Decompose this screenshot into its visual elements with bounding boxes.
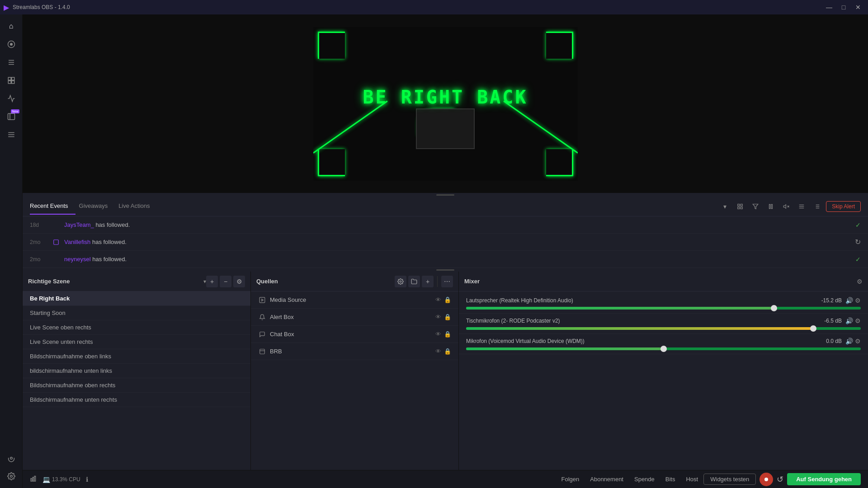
sources-gear-btn[interactable] — [395, 276, 406, 287]
scene-item-bild-unten-links[interactable]: bildschirmaufnahme unten links — [23, 364, 250, 378]
sidebar-item-menu[interactable] — [2, 127, 20, 143]
source-lock-btn[interactable]: 🔒 — [444, 296, 451, 303]
mixer-slider-thumb2[interactable] — [810, 325, 816, 332]
event-status-check2: ✓ — [855, 256, 861, 263]
remove-scene-button[interactable]: − — [220, 276, 231, 287]
scene-item-live-oben-rechts[interactable]: Live Scene oben rechts — [23, 320, 250, 335]
source-eye-btn2[interactable]: 👁 — [435, 314, 441, 320]
minimize-button[interactable]: — — [823, 2, 835, 12]
sidebar-item-stats[interactable] — [2, 90, 20, 107]
link-abonnement[interactable]: Abonnement — [590, 476, 623, 483]
source-name-alert: Alert Box — [270, 314, 435, 320]
scenes-panel-title: Richtige Szene — [28, 278, 202, 285]
tab-recent-events[interactable]: Recent Events — [30, 198, 75, 215]
mixer-slider3[interactable] — [466, 347, 861, 350]
event-time: 2mo — [30, 256, 48, 263]
sidebar-item-scenes[interactable] — [2, 72, 20, 89]
widgets-test-button[interactable]: Widgets testen — [703, 474, 756, 485]
sources-divider — [437, 276, 438, 287]
event-username: neyneysel — [64, 256, 91, 263]
mixer-settings-button[interactable]: ⚙ — [857, 278, 863, 285]
source-item-media[interactable]: Media Source 👁 🔒 — [251, 291, 458, 309]
statusbar-info-item[interactable]: ℹ — [86, 476, 88, 483]
statusbar-cpu-item: 💻 13.3% CPU — [42, 476, 80, 483]
sidebar-item-events[interactable] — [2, 36, 20, 52]
diag-right-decoration — [503, 100, 578, 153]
add-scene-button[interactable]: + — [206, 276, 218, 287]
tab-live-actions[interactable]: Live Actions — [118, 198, 157, 215]
mixer-controls: 🔊 ⚙ — [845, 297, 861, 304]
events-filter-btn[interactable] — [749, 200, 762, 213]
events-layout-btn[interactable] — [734, 200, 746, 213]
reset-button[interactable]: ↺ — [777, 474, 783, 484]
mixer-volume-btn2[interactable]: 🔊 — [845, 317, 853, 324]
sidebar-item-new[interactable] — [2, 108, 20, 125]
events-list-btn[interactable] — [811, 200, 823, 213]
chart-icon — [30, 475, 37, 483]
mixer-settings-btn3[interactable]: ⚙ — [855, 338, 861, 345]
mixer-slider2[interactable] — [466, 327, 861, 330]
mixer-slider-thumb3[interactable] — [660, 346, 667, 352]
sources-panel: Quellen + ⋯ — [251, 272, 459, 470]
link-folgen[interactable]: Folgen — [561, 476, 580, 483]
record-button[interactable] — [760, 473, 773, 486]
scene-item-live-unten-rechts[interactable]: Live Scene unten rechts — [23, 335, 250, 349]
source-name-chat: Chat Box — [270, 331, 435, 338]
scene-settings-button[interactable]: ⚙ — [233, 276, 245, 287]
mixer-volume-btn[interactable]: 🔊 — [845, 297, 853, 304]
source-item-alert[interactable]: Alert Box 👁 🔒 — [251, 309, 458, 326]
cpu-icon: 💻 — [42, 476, 50, 483]
sidebar-item-settings[interactable] — [2, 468, 20, 484]
tab-giveaways[interactable]: Giveaways — [79, 198, 115, 215]
events-pause-btn[interactable] — [764, 200, 777, 213]
source-eye-btn3[interactable]: 👁 — [435, 331, 441, 338]
mixer-slider-thumb[interactable] — [771, 305, 777, 311]
sidebar-item-alert[interactable] — [2, 450, 20, 466]
sources-folder-btn[interactable] — [408, 276, 420, 287]
scene-item-bild-unten-rechts[interactable]: Bildschirmaufnahme unten rechts — [23, 393, 250, 407]
source-item-chat[interactable]: Chat Box 👁 🔒 — [251, 326, 458, 343]
svg-rect-21 — [771, 204, 772, 208]
mixer-settings-btn[interactable]: ⚙ — [855, 297, 861, 304]
resize-handle-top[interactable] — [23, 193, 868, 197]
sources-extra-btn[interactable]: ⋯ — [441, 276, 453, 287]
add-source-button[interactable]: + — [422, 276, 434, 287]
event-icon — [52, 221, 61, 230]
mixer-slider[interactable] — [466, 307, 861, 310]
events-grid-btn[interactable] — [795, 200, 808, 213]
events-volume-btn[interactable] — [780, 200, 793, 213]
source-eye-btn4[interactable]: 👁 — [435, 348, 441, 355]
scene-item-starting-soon[interactable]: Starting Soon — [23, 306, 250, 320]
link-host[interactable]: Host — [686, 476, 698, 483]
statusbar-chart-item — [30, 475, 37, 483]
mixer-settings-btn2[interactable]: ⚙ — [855, 317, 861, 324]
statusbar-right: Widgets testen ↺ Auf Sendung gehen — [703, 473, 861, 486]
source-lock-btn2[interactable]: 🔒 — [444, 314, 451, 320]
source-controls: 👁 🔒 — [435, 314, 451, 320]
link-spende[interactable]: Spende — [634, 476, 655, 483]
link-bits[interactable]: Bits — [665, 476, 675, 483]
source-item-brb[interactable]: BRB 👁 🔒 — [251, 343, 458, 360]
event-username: JaysTeam_ — [64, 221, 94, 228]
skip-alert-button[interactable]: Skip Alert — [826, 201, 861, 212]
sources-panel-title: Quellen — [256, 278, 395, 285]
source-lock-btn4[interactable]: 🔒 — [444, 348, 451, 355]
mixer-panel: Mixer ⚙ Lautsprecher (Realtek High Defin… — [459, 272, 868, 470]
maximize-button[interactable]: □ — [837, 2, 850, 12]
sidebar-item-mixer[interactable] — [2, 54, 20, 70]
source-controls: 👁 🔒 — [435, 331, 451, 338]
source-eye-btn[interactable]: 👁 — [435, 296, 441, 303]
mixer-volume-btn3[interactable]: 🔊 — [845, 338, 853, 345]
svg-rect-34 — [54, 239, 59, 244]
close-button[interactable]: ✕ — [852, 2, 864, 12]
resize-handle-bottom[interactable] — [23, 268, 868, 272]
mixer-panel-title: Mixer — [464, 278, 857, 285]
events-dropdown-btn[interactable]: ▾ — [718, 200, 731, 213]
source-lock-btn3[interactable]: 🔒 — [444, 331, 451, 338]
go-live-button[interactable]: Auf Sendung gehen — [787, 473, 861, 485]
sidebar-item-home[interactable]: ⌂ — [2, 18, 20, 34]
event-icon — [52, 238, 61, 247]
scene-item-be-right-back[interactable]: Be Right Back — [23, 291, 250, 306]
scene-item-bild-oben-links[interactable]: Bildschirmaufnahme oben links — [23, 349, 250, 364]
scene-item-bild-oben-rechts[interactable]: Bildschirmaufnahme oben rechts — [23, 378, 250, 393]
